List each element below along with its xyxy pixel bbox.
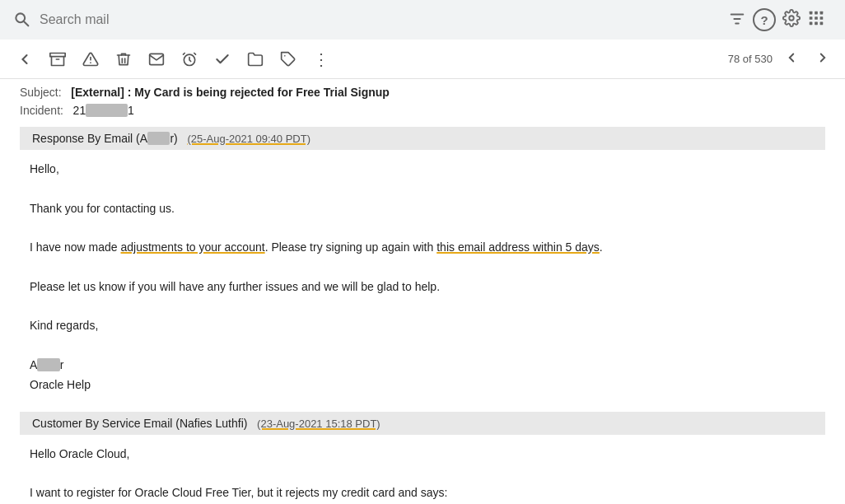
incident-line: Incident: 21 1 [20,104,825,117]
thread2-greeting: Hello Oracle Cloud, [30,445,815,464]
next-email-button[interactable] [810,47,835,72]
filter-icon[interactable] [728,10,746,30]
thread1-adjustments: I have now made adjustments to your acco… [30,238,815,258]
help-icon[interactable]: ? [753,8,776,31]
search-bar: ? [0,0,845,40]
svg-rect-15 [50,53,65,56]
svg-rect-13 [815,21,818,25]
thread1-sender-suffix: r) [170,132,177,145]
archive-button[interactable] [43,46,72,72]
thread1-body: Hello, Thank you for contacting us. I ha… [20,150,825,412]
label-button[interactable] [273,46,303,72]
incident-redacted [86,104,128,117]
delete-button[interactable] [109,46,138,72]
thread1-blank1 [30,180,815,199]
thread2-header: Customer By Service Email (Nafies Luthfi… [20,412,825,435]
thread1-header: Response By Email (A r) (25-Aug-2021 09:… [20,127,825,150]
thread1-sender-prefix: Response By Email (A [32,132,147,145]
thread1-regards: Kind regards, [30,316,815,336]
apps-icon[interactable] [807,9,825,31]
thread2-timestamp: (23-Aug-2021 15:18 PDT) [257,418,380,430]
thread2-sender: Customer By Service Email (Nafies Luthfi… [32,417,247,430]
svg-rect-6 [810,11,813,14]
thread1-blank3 [30,258,815,278]
svg-line-1 [24,21,28,25]
thread1-link1: adjustments to your account [121,240,265,254]
report-spam-button[interactable] [76,46,105,72]
mark-read-button[interactable] [142,46,171,72]
thread1-link2: this email address within 5 days [437,240,600,254]
back-button[interactable] [10,46,40,72]
more-options-button[interactable]: ⋮ [306,44,336,74]
subject-line: Subject: [External] : My Card is being r… [20,86,825,99]
thread1-name: A r [30,356,815,376]
move-to-button[interactable] [240,46,270,72]
prev-email-button[interactable] [779,47,804,72]
search-icon [13,11,30,30]
thread1-further: Please let us know if you will have any … [30,278,815,297]
svg-rect-8 [820,11,824,14]
snooze-button[interactable] [175,46,204,72]
settings-icon[interactable] [782,9,801,31]
thread1-org: Oracle Help [30,376,815,395]
thread1-blank5 [30,336,815,356]
toolbar: ⋮ 78 of 530 [0,40,845,79]
thread1-greeting: Hello, [30,160,815,180]
subject-label: Subject: [20,86,62,99]
thread2-blank1 [30,464,815,483]
thread1-sender-redacted [147,132,170,145]
thread1-timestamp: (25-Aug-2021 09:40 PDT) [187,133,310,145]
svg-rect-10 [815,16,818,20]
svg-rect-9 [810,16,813,20]
thread2-content: I want to register for Oracle Cloud Free… [30,483,815,503]
email-content-area: Subject: [External] : My Card is being r… [0,79,845,504]
done-button[interactable] [208,46,237,72]
subject-text: [External] : My Card is being rejected f… [71,86,390,99]
pagination-text: 78 of 530 [728,53,773,65]
incident-suffix: 1 [128,104,134,117]
incident-label: Incident: [20,104,63,117]
thread1-blank4 [30,297,815,317]
thread1-thanks: Thank you for contacting us. [30,199,815,219]
svg-point-5 [789,16,794,21]
incident-number: 21 [73,104,86,117]
thread1-blank2 [30,218,815,238]
thread2-body: Hello Oracle Cloud, I want to register f… [20,435,825,504]
svg-rect-14 [820,21,824,25]
svg-rect-12 [810,21,813,25]
svg-rect-11 [820,16,824,20]
svg-rect-7 [815,11,818,14]
search-input[interactable] [40,12,718,27]
